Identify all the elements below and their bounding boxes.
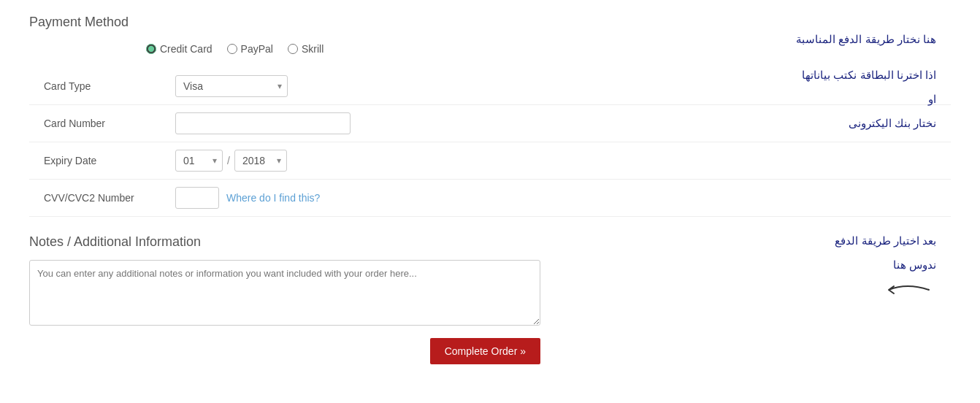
annotations-block: هنا نختار طريقة الدفع المناسبة اذا اخترن… (796, 29, 936, 303)
card-number-control (175, 112, 394, 134)
button-row: Complete Order » (29, 338, 540, 364)
credit-card-radio[interactable] (146, 44, 156, 54)
expiry-year-wrapper: 201820192020 202120222023 20242025 ▾ (234, 150, 287, 172)
expiry-month-select[interactable]: 010203 040506 070809 101112 (175, 150, 223, 172)
card-type-label: Card Type (29, 80, 175, 92)
cvv-control: Where do I find this? (175, 187, 394, 209)
annotation-complete-line1: بعد اختيار طريقة الدفع (796, 231, 936, 250)
card-type-select[interactable]: Visa MasterCard American Express (175, 75, 288, 97)
cvv-input[interactable] (175, 187, 219, 209)
notes-textarea[interactable] (29, 260, 540, 326)
expiry-separator: / (227, 155, 230, 166)
paypal-option[interactable]: PayPal (227, 43, 273, 55)
card-number-input[interactable] (175, 112, 351, 134)
skrill-option[interactable]: Skrill (288, 43, 324, 55)
expiry-group: 010203 040506 070809 101112 ▾ / 20182019… (175, 150, 394, 172)
complete-order-button[interactable]: Complete Order » (430, 338, 540, 364)
annotation-line2: اذا اخترنا البطاقة نكتب بياناتها (796, 65, 936, 85)
credit-card-option[interactable]: Credit Card (146, 43, 213, 55)
annotation-line1: هنا نختار طريقة الدفع المناسبة (796, 29, 936, 49)
annotation-complete-line2: ندوس هنا (796, 255, 936, 275)
paypal-label: PayPal (241, 43, 273, 55)
card-type-select-wrapper: Visa MasterCard American Express ▾ (175, 75, 288, 97)
card-type-control: Visa MasterCard American Express ▾ (175, 75, 394, 97)
expiry-date-label: Expiry Date (29, 155, 175, 166)
find-cvv-link[interactable]: Where do I find this? (226, 192, 320, 204)
expiry-date-control: 010203 040506 070809 101112 ▾ / 20182019… (175, 150, 394, 172)
payment-section-title: Payment Method (29, 15, 951, 30)
annotation-line3: او (796, 89, 936, 109)
skrill-radio[interactable] (288, 44, 298, 54)
skrill-label: Skrill (302, 43, 324, 55)
cvv-label: CVV/CVC2 Number (29, 192, 175, 204)
paypal-radio[interactable] (227, 44, 237, 54)
cvv-group: Where do I find this? (175, 187, 394, 209)
credit-card-label: Credit Card (160, 43, 213, 55)
annotation-line4: نختار بنك اليكترونى (796, 113, 936, 133)
arrow-icon (878, 279, 936, 301)
card-number-label: Card Number (29, 118, 175, 129)
expiry-year-select[interactable]: 201820192020 202120222023 20242025 (234, 150, 287, 172)
expiry-month-wrapper: 010203 040506 070809 101112 ▾ (175, 150, 223, 172)
